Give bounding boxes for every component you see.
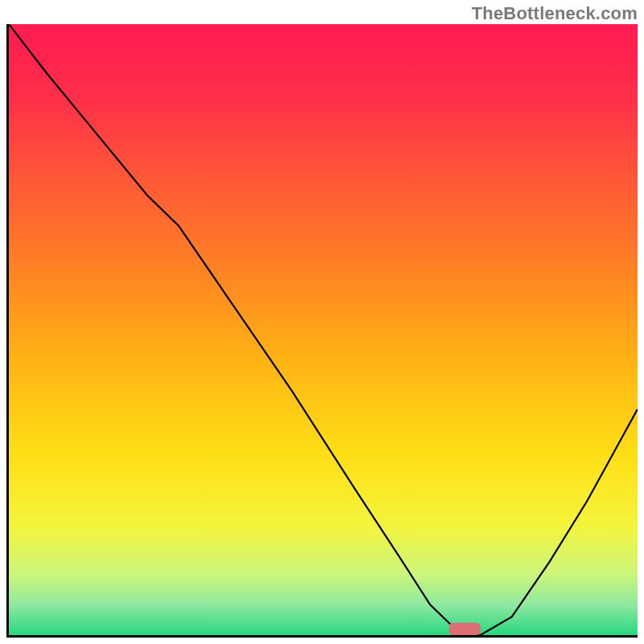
gradient-background <box>9 24 638 635</box>
watermark-text: TheBottleneck.com <box>472 3 638 24</box>
chart-stage: TheBottleneck.com <box>0 0 644 644</box>
chart-svg <box>9 24 638 635</box>
plot-area <box>6 24 638 638</box>
optimal-marker <box>449 623 481 635</box>
